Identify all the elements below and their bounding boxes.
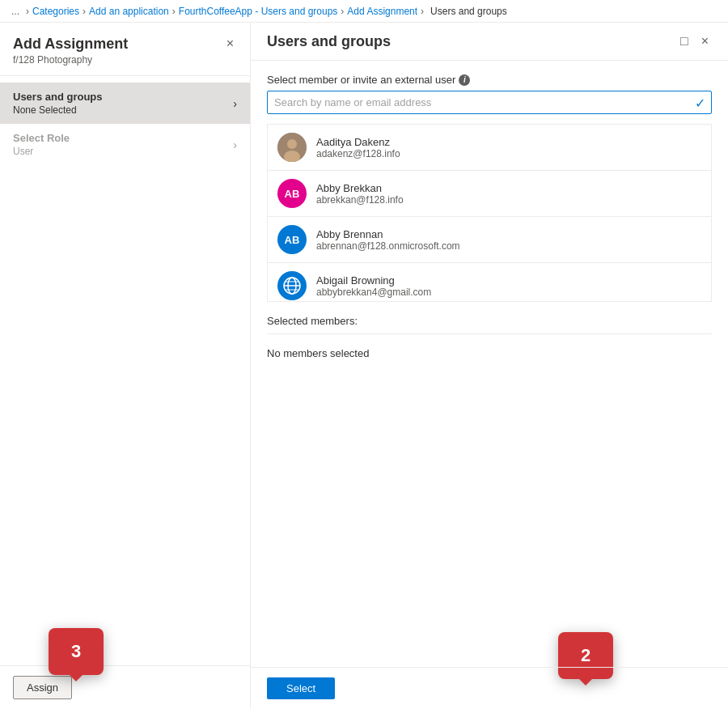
right-panel-close-button[interactable]: × [698, 32, 712, 50]
member-email-abby-brennan: abrennan@f128.onmicrosoft.com [316, 240, 701, 252]
globe-icon-svg [283, 277, 301, 295]
add-assignment-panel: Add Assignment f/128 Photography × Users… [0, 23, 251, 709]
member-avatar-abigail [277, 271, 307, 300]
member-email-aaditya: adakenz@f128.info [316, 148, 701, 159]
breadcrumb-categories[interactable]: Categories [32, 6, 79, 17]
member-item-abby-brennan[interactable]: AB Abby Brennan abrennan@f128.onmicrosof… [268, 217, 711, 263]
search-box: ✓ [267, 91, 712, 114]
no-members-text: No members selected [267, 344, 712, 363]
breadcrumb-dots: ... [11, 6, 19, 17]
right-panel-title: Users and groups [267, 33, 391, 50]
left-panel-close-button[interactable]: × [223, 36, 237, 52]
maximize-button[interactable]: □ [677, 32, 692, 50]
add-assignment-title: Add Assignment [13, 36, 128, 53]
nav-item-select-role[interactable]: Select Role User › [0, 124, 250, 165]
tooltip-bubble-3: 3 [49, 628, 104, 675]
left-panel-footer: Assign [0, 665, 250, 709]
nav-item-select-role-label: Select Role [13, 132, 70, 144]
selected-members-label: Selected members: [267, 315, 712, 327]
left-panel-header: Add Assignment f/128 Photography × [0, 23, 250, 76]
member-email-abby-brekkan: abrekkan@f128.info [316, 194, 701, 206]
breadcrumb-current: Users and groups [430, 6, 507, 17]
member-name-abby-brennan: Abby Brennan [316, 228, 701, 240]
select-button[interactable]: Select [267, 677, 335, 699]
search-check-icon: ✓ [695, 95, 705, 110]
add-assignment-subtitle: f/128 Photography [13, 54, 128, 66]
search-input[interactable] [267, 91, 712, 114]
member-avatar-abby-brennan: AB [277, 225, 307, 254]
breadcrumb-add-application[interactable]: Add an application [89, 6, 169, 17]
avatar-photo-aaditya [277, 133, 307, 162]
selected-members-divider [267, 333, 712, 334]
nav-item-users-groups-chevron: › [233, 97, 237, 110]
member-item-aaditya[interactable]: Aaditya Dakenz adakenz@f128.info [268, 125, 711, 171]
member-avatar-abby-brekkan: AB [277, 179, 307, 208]
assign-button[interactable]: Assign [13, 676, 72, 699]
breadcrumb-app-users-groups[interactable]: FourthCoffeeApp - Users and groups [179, 6, 338, 17]
member-item-abigail[interactable]: Abigail Browning abbybrekkan4@gmail.com [268, 263, 711, 302]
breadcrumb: ... › Categories › Add an application › … [0, 0, 728, 23]
member-name-aaditya: Aaditya Dakenz [316, 136, 701, 148]
nav-items-list: Users and groups None Selected › Select … [0, 76, 250, 665]
info-icon[interactable]: i [459, 74, 470, 86]
users-groups-panel: Users and groups □ × Select member or in… [251, 23, 728, 709]
nav-item-users-groups[interactable]: Users and groups None Selected › [0, 83, 250, 124]
nav-item-users-groups-value: None Selected [13, 104, 103, 116]
breadcrumb-add-assignment[interactable]: Add Assignment [347, 6, 417, 17]
member-name-abby-brekkan: Abby Brekkan [316, 182, 701, 194]
right-panel-content: Select member or invite an external user… [251, 61, 728, 667]
nav-item-select-role-chevron: › [233, 138, 237, 151]
member-avatar-aaditya [277, 133, 307, 162]
nav-item-select-role-value: User [13, 146, 70, 157]
member-name-abigail: Abigail Browning [316, 274, 701, 287]
right-panel-header: Users and groups □ × [251, 23, 728, 61]
nav-item-users-groups-label: Users and groups [13, 91, 103, 103]
svg-point-1 [287, 139, 297, 149]
member-email-abigail: abbybrekkan4@gmail.com [316, 287, 701, 298]
member-item-abby-brekkan[interactable]: AB Abby Brekkan abrekkan@f128.info [268, 171, 711, 217]
right-panel-footer: Select [251, 667, 728, 709]
members-list: Aaditya Dakenz adakenz@f128.info AB Abby… [267, 124, 712, 302]
search-field-label: Select member or invite an external user… [267, 74, 712, 86]
